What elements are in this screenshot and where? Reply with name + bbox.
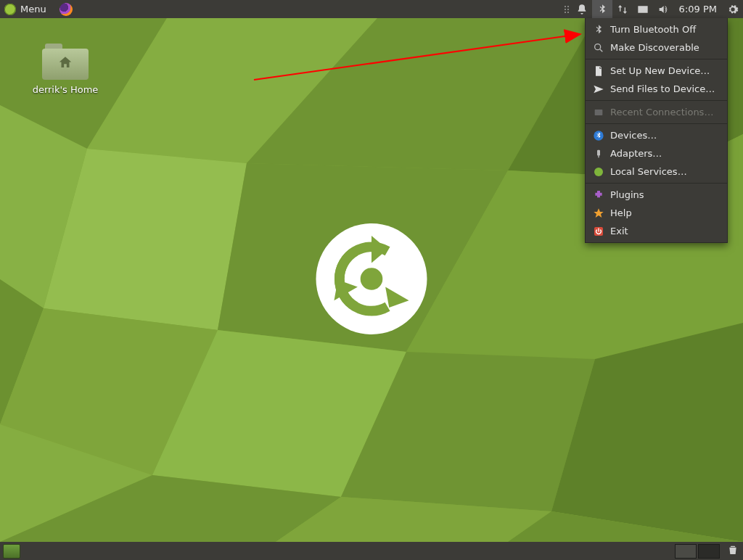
updown-arrows-icon xyxy=(617,4,628,15)
volume-icon xyxy=(657,4,669,15)
menu-item-label: Local Services… xyxy=(610,166,687,177)
services-icon xyxy=(593,166,604,178)
main-menu-label: Menu xyxy=(20,4,46,15)
session-indicator[interactable] xyxy=(723,0,743,18)
menu-item-label: Make Discoverable xyxy=(610,42,699,53)
ubuntu-mate-logo-icon xyxy=(4,4,16,15)
menu-item-exit[interactable]: Exit xyxy=(586,222,727,240)
svg-point-32 xyxy=(594,168,603,176)
menu-item-help[interactable]: Help xyxy=(586,204,727,222)
menu-item-devices[interactable]: Devices… xyxy=(586,126,727,144)
workspace-1[interactable] xyxy=(675,544,697,559)
menu-item-label: Send Files to Device… xyxy=(610,83,715,94)
menu-item-plugins[interactable]: Plugins xyxy=(586,186,727,204)
svg-point-25 xyxy=(595,44,601,49)
menu-item-send-files[interactable]: Send Files to Device… xyxy=(586,80,727,98)
menu-item-label: Adapters… xyxy=(610,148,662,159)
ubuntu-mate-center-logo xyxy=(310,218,433,343)
svg-marker-27 xyxy=(594,85,603,93)
workspace-2[interactable] xyxy=(698,544,720,559)
svg-marker-33 xyxy=(594,208,603,218)
menu-item-label: Turn Bluetooth Off xyxy=(610,24,696,35)
bottom-panel xyxy=(0,542,743,560)
panel-grip[interactable] xyxy=(562,6,572,13)
menu-separator xyxy=(586,100,727,101)
menu-item-label: Recent Connections… xyxy=(610,107,713,118)
top-panel: Menu 6:09 PM xyxy=(0,0,743,18)
bluetooth-icon xyxy=(593,24,604,36)
show-desktop-button[interactable] xyxy=(3,544,20,559)
menu-item-label: Exit xyxy=(610,226,628,236)
home-folder-label: derrik's Home xyxy=(29,84,102,95)
star-icon xyxy=(593,207,604,219)
svg-point-19 xyxy=(361,268,383,290)
bell-icon xyxy=(576,4,588,15)
document-icon xyxy=(593,65,604,77)
menu-item-setup-new-device[interactable]: Set Up New Device… xyxy=(586,62,727,80)
plugin-icon xyxy=(593,189,604,201)
clock[interactable]: 6:09 PM xyxy=(673,4,723,15)
gear-icon xyxy=(727,4,739,15)
svg-rect-31 xyxy=(598,155,599,157)
svg-rect-28 xyxy=(595,110,603,115)
network-indicator[interactable] xyxy=(612,0,633,18)
menu-item-label: Help xyxy=(610,207,632,218)
menu-separator xyxy=(586,183,727,184)
mail-indicator[interactable] xyxy=(633,0,653,18)
menu-item-recent-connections: Recent Connections… xyxy=(586,103,727,121)
menu-item-adapters[interactable]: Adapters… xyxy=(586,144,727,162)
notifications-indicator[interactable] xyxy=(572,0,592,18)
main-menu-button[interactable]: Menu xyxy=(0,0,52,18)
sound-indicator[interactable] xyxy=(653,0,673,18)
menu-separator xyxy=(586,59,727,59)
firefox-launcher[interactable] xyxy=(52,0,77,18)
trash-icon xyxy=(727,543,739,556)
svg-rect-30 xyxy=(597,149,600,155)
menu-item-label: Devices… xyxy=(610,130,657,141)
adapter-icon xyxy=(593,148,604,160)
home-folder-icon[interactable]: derrik's Home xyxy=(29,44,102,95)
menu-item-label: Plugins xyxy=(610,189,644,200)
folder-icon xyxy=(42,44,89,80)
menu-separator xyxy=(586,123,727,124)
menu-item-make-discoverable[interactable]: Make Discoverable xyxy=(586,38,727,57)
bluetooth-menu: Turn Bluetooth Off Make Discoverable Set… xyxy=(585,18,728,243)
menu-item-label: Set Up New Device… xyxy=(610,65,710,76)
menu-item-local-services[interactable]: Local Services… xyxy=(586,162,727,181)
power-icon xyxy=(593,226,604,237)
bluetooth-blue-icon xyxy=(593,130,604,141)
workspace-switcher[interactable] xyxy=(675,544,723,559)
envelope-icon xyxy=(637,4,649,15)
bluetooth-indicator[interactable] xyxy=(592,0,612,18)
send-icon xyxy=(593,83,604,95)
svg-line-26 xyxy=(600,49,602,52)
search-icon xyxy=(593,42,604,54)
recent-icon xyxy=(593,107,604,118)
menu-item-turn-bluetooth-off[interactable]: Turn Bluetooth Off xyxy=(586,20,727,38)
firefox-icon xyxy=(59,3,73,16)
trash-applet[interactable] xyxy=(727,543,739,559)
bluetooth-icon xyxy=(596,4,608,15)
